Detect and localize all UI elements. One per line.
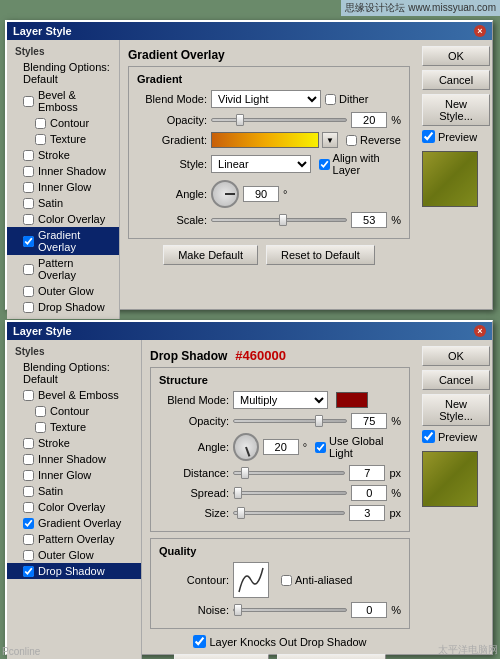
panel2-blend-mode-select[interactable]: Multiply bbox=[233, 391, 328, 409]
panel1-opacity-slider[interactable] bbox=[211, 118, 347, 122]
panel2-gradient-overlay-checkbox[interactable] bbox=[23, 518, 34, 529]
panel2-distance-slider[interactable] bbox=[233, 471, 345, 475]
panel1-sidebar-item-outer-glow[interactable]: Outer Glow bbox=[7, 283, 119, 299]
panel1-section-header: Gradient Overlay bbox=[128, 48, 410, 62]
panel2-angle-dial[interactable] bbox=[233, 433, 259, 461]
panel1-angle-input[interactable] bbox=[243, 186, 279, 202]
panel2-texture-checkbox[interactable] bbox=[35, 422, 46, 433]
panel2-outer-glow-checkbox[interactable] bbox=[23, 550, 34, 561]
panel2-contour-preview[interactable] bbox=[233, 562, 269, 598]
panel2-sidebar-item-pattern-overlay[interactable]: Pattern Overlay bbox=[7, 531, 141, 547]
panel1-drop-shadow-checkbox[interactable] bbox=[23, 302, 34, 313]
panel2-new-style-btn[interactable]: New Style... bbox=[422, 394, 490, 426]
panel2-drop-shadow-checkbox[interactable] bbox=[23, 566, 34, 577]
panel1-inner-shadow-checkbox[interactable] bbox=[23, 166, 34, 177]
panel2-preview-checkbox[interactable] bbox=[422, 430, 435, 443]
panel1-sidebar-item-inner-shadow[interactable]: Inner Shadow bbox=[7, 163, 119, 179]
panel2-distance-input[interactable] bbox=[349, 465, 385, 481]
panel1-gradient-bar[interactable] bbox=[211, 132, 319, 148]
panel2-color-swatch[interactable] bbox=[336, 392, 368, 408]
panel1-gradient-dropdown-btn[interactable]: ▼ bbox=[322, 132, 338, 148]
panel1-sidebar-item-texture[interactable]: Texture bbox=[7, 131, 119, 147]
panel1-align-checkbox[interactable] bbox=[319, 159, 330, 170]
panel2-opacity-slider[interactable] bbox=[233, 419, 347, 423]
panel2-noise-slider[interactable] bbox=[233, 608, 347, 612]
panel1-pattern-overlay-checkbox[interactable] bbox=[23, 264, 34, 275]
panel2-stroke-checkbox[interactable] bbox=[23, 438, 34, 449]
panel1-blend-mode-select[interactable]: Vivid Light bbox=[211, 90, 321, 108]
panel2-sidebar: Styles Blending Options: Default Bevel &… bbox=[7, 340, 142, 659]
panel1-bevel-checkbox[interactable] bbox=[23, 96, 34, 107]
panel1-cancel-btn[interactable]: Cancel bbox=[422, 70, 490, 90]
panel2-noise-input[interactable] bbox=[351, 602, 387, 618]
panel1-sidebar-item-bevel[interactable]: Bevel & Emboss bbox=[7, 87, 119, 115]
panel1-sidebar-item-drop-shadow[interactable]: Drop Shadow bbox=[7, 299, 119, 315]
panel1-close-button[interactable]: × bbox=[474, 25, 486, 37]
panel1-sidebar-item-gradient-overlay[interactable]: Gradient Overlay bbox=[7, 227, 119, 255]
panel2-sidebar-item-gradient-overlay[interactable]: Gradient Overlay bbox=[7, 515, 141, 531]
panel1-blending-options[interactable]: Blending Options: Default bbox=[7, 59, 119, 87]
panel1-color-overlay-checkbox[interactable] bbox=[23, 214, 34, 225]
panel1-contour-checkbox[interactable] bbox=[35, 118, 46, 129]
panel1-outer-glow-checkbox[interactable] bbox=[23, 286, 34, 297]
panel1-new-style-btn[interactable]: New Style... bbox=[422, 94, 490, 126]
panel1-gradient-overlay-checkbox[interactable] bbox=[23, 236, 34, 247]
panel1-angle-dial[interactable] bbox=[211, 180, 239, 208]
panel1-satin-checkbox[interactable] bbox=[23, 198, 34, 209]
panel2-sidebar-item-drop-shadow[interactable]: Drop Shadow bbox=[7, 563, 141, 579]
panel1-stroke-checkbox[interactable] bbox=[23, 150, 34, 161]
panel1-reverse-checkbox[interactable] bbox=[346, 135, 357, 146]
panel2-make-default-btn[interactable]: Make Default bbox=[174, 654, 269, 659]
panel2-close-button[interactable]: × bbox=[474, 325, 486, 337]
panel2-size-input[interactable] bbox=[349, 505, 385, 521]
panel2-sidebar-item-contour[interactable]: Contour bbox=[7, 403, 141, 419]
panel2-ok-btn[interactable]: OK bbox=[422, 346, 490, 366]
panel1-inner-glow-checkbox[interactable] bbox=[23, 182, 34, 193]
panel2-cancel-btn[interactable]: Cancel bbox=[422, 370, 490, 390]
panel2-sidebar-item-stroke[interactable]: Stroke bbox=[7, 435, 141, 451]
panel2-sidebar-item-inner-glow[interactable]: Inner Glow bbox=[7, 467, 141, 483]
panel1-sidebar-item-color-overlay[interactable]: Color Overlay bbox=[7, 211, 119, 227]
panel1-ok-btn[interactable]: OK bbox=[422, 46, 490, 66]
panel2-global-light-checkbox[interactable] bbox=[315, 442, 326, 453]
panel2-layer-knocks-checkbox[interactable] bbox=[193, 635, 206, 648]
panel1-sidebar-item-satin[interactable]: Satin bbox=[7, 195, 119, 211]
panel1-dither-checkbox[interactable] bbox=[325, 94, 336, 105]
panel2-spread-input[interactable] bbox=[351, 485, 387, 501]
panel2-inner-shadow-checkbox[interactable] bbox=[23, 454, 34, 465]
panel2-inner-glow-checkbox[interactable] bbox=[23, 470, 34, 481]
panel2-sidebar-item-texture[interactable]: Texture bbox=[7, 419, 141, 435]
panel2-bevel-checkbox[interactable] bbox=[23, 390, 34, 401]
panel2-sidebar-item-color-overlay[interactable]: Color Overlay bbox=[7, 499, 141, 515]
panel2-reset-default-btn[interactable]: Reset to Default bbox=[277, 654, 386, 659]
panel1-reset-default-btn[interactable]: Reset to Default bbox=[266, 245, 375, 265]
panel2-sidebar-item-bevel[interactable]: Bevel & Emboss bbox=[7, 387, 141, 403]
panel1-scale-slider[interactable] bbox=[211, 218, 347, 222]
panel1-scale-input[interactable] bbox=[351, 212, 387, 228]
panel1-opacity-input[interactable] bbox=[351, 112, 387, 128]
panel2-angle-input[interactable] bbox=[263, 439, 299, 455]
panel2-sidebar-item-outer-glow[interactable]: Outer Glow bbox=[7, 547, 141, 563]
panel2-contour-checkbox[interactable] bbox=[35, 406, 46, 417]
panel1-texture-checkbox[interactable] bbox=[35, 134, 46, 145]
panel2-sidebar-item-satin[interactable]: Satin bbox=[7, 483, 141, 499]
panel1-preview-checkbox[interactable] bbox=[422, 130, 435, 143]
panel1-sidebar-item-contour[interactable]: Contour bbox=[7, 115, 119, 131]
panel1-style-select[interactable]: Linear bbox=[211, 155, 311, 173]
panel1-sidebar-item-stroke[interactable]: Stroke bbox=[7, 147, 119, 163]
panel2-size-slider[interactable] bbox=[233, 511, 345, 515]
panel2-size-label: Size: bbox=[159, 507, 229, 519]
panel1-gradient-picker[interactable]: ▼ bbox=[211, 132, 338, 148]
panel2-blending-options[interactable]: Blending Options: Default bbox=[7, 359, 141, 387]
panel1-make-default-btn[interactable]: Make Default bbox=[163, 245, 258, 265]
panel2-satin-checkbox[interactable] bbox=[23, 486, 34, 497]
panel1-sidebar-item-pattern-overlay[interactable]: Pattern Overlay bbox=[7, 255, 119, 283]
panel2-spread-slider[interactable] bbox=[233, 491, 347, 495]
panel2-opacity-input[interactable] bbox=[351, 413, 387, 429]
panel2-anti-aliased-checkbox[interactable] bbox=[281, 575, 292, 586]
panel1-sidebar-item-inner-glow[interactable]: Inner Glow bbox=[7, 179, 119, 195]
panel2-sidebar-item-inner-shadow[interactable]: Inner Shadow bbox=[7, 451, 141, 467]
panel2-color-overlay-checkbox[interactable] bbox=[23, 502, 34, 513]
panel2-pattern-overlay-checkbox[interactable] bbox=[23, 534, 34, 545]
panel1-angle-line bbox=[225, 193, 235, 195]
